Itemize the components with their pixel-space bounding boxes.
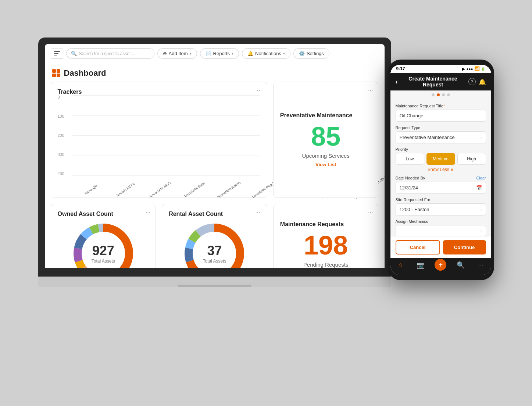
reports-label: Reports (213, 51, 230, 56)
laptop-base (38, 277, 391, 287)
svg-rect-0 (54, 51, 60, 52)
rental-donut: 37 Total Assets (181, 220, 247, 268)
phone-bell-icon[interactable]: 🔔 (479, 78, 486, 85)
continue-button[interactable]: Continue (443, 240, 486, 254)
camera-icon: 📷 (417, 261, 425, 269)
dot-1 (432, 93, 435, 96)
rental-title: Rental Asset Count (169, 211, 223, 217)
scene: 🔍 Search for a specific asset... ⊕ Add I… (38, 38, 494, 368)
phone: 9:17 ▶ ●●● 📶 🔋 ‹ Create Maintenance Requ… (388, 60, 494, 280)
filter-icon (54, 51, 60, 56)
site-chevron: › (481, 207, 482, 212)
settings-icon: ⚙️ (299, 51, 305, 56)
owned-donut-container: 927 Total Assets (58, 220, 149, 268)
signal-icon: ●●● (466, 67, 473, 71)
site-label: Site Requested For (396, 197, 486, 202)
phone-step-dots (390, 90, 491, 99)
notifications-button[interactable]: 🔔 Notifications ▾ (242, 48, 290, 59)
phone-status-icons: ▶ ●●● 📶 🔋 (462, 66, 485, 71)
show-less-button[interactable]: Show Less ∧ (396, 167, 486, 172)
mechanics-select[interactable]: › (396, 225, 486, 236)
svg-rect-2 (54, 56, 57, 56)
calendar-icon: 📅 (476, 185, 482, 190)
pm-label: Upcoming Services (302, 153, 350, 159)
mechanics-chevron: › (481, 228, 482, 234)
wifi-icon: 📶 (474, 66, 480, 71)
tab-search[interactable]: 🔍 (451, 261, 471, 271)
search-placeholder: Search for a specific asset... (79, 51, 135, 56)
trackers-title: Trackers (58, 89, 82, 95)
tab-add[interactable]: + (431, 261, 451, 271)
phone-screen: 9:17 ▶ ●●● 📶 🔋 ‹ Create Maintenance Requ… (390, 65, 491, 275)
request-type-value: Preventative Maintenance (400, 135, 455, 140)
grid-lines (72, 95, 260, 176)
bar-label-1: TennaFLEET II (112, 180, 143, 206)
bar-label-0: Tenna QR (78, 180, 108, 206)
tab-camera[interactable]: 📷 (410, 261, 431, 271)
tab-more[interactable]: ··· (471, 261, 491, 271)
owned-sublabel: Total Assets (92, 259, 115, 264)
pm-view-list[interactable]: View List (315, 162, 336, 167)
page-header: Dashboard (45, 63, 385, 82)
rental-asset-card: Rental Asset Count ··· 37 Total Assets (162, 204, 267, 268)
search-icon: 🔍 (71, 51, 77, 56)
date-clear-button[interactable]: Clear (476, 176, 486, 180)
add-item-label: Add Item (169, 51, 188, 56)
phone-tab-bar: ⌂ 📷 + 🔍 ··· (390, 258, 491, 275)
site-select[interactable]: 1200 - Easton › (396, 203, 486, 216)
maintenance-title-input[interactable]: Oil Change (396, 110, 486, 122)
add-item-chevron: ▾ (190, 51, 192, 56)
tab-home[interactable]: ⌂ (390, 261, 411, 271)
owned-donut-center: 927 Total Assets (92, 243, 115, 264)
phone-nav-icons: ? 🔔 (468, 78, 486, 85)
phone-nav-title: Create Maintenance Request (401, 76, 465, 88)
pm-number: 85 (311, 123, 340, 150)
filter-button[interactable] (51, 49, 63, 59)
battery-icon: 🔋 (481, 67, 485, 71)
pm-menu[interactable]: ··· (368, 87, 373, 94)
priority-selector: Low Medium High (396, 153, 486, 165)
trackers-card: Trackers ··· 400 300 200 100 0 (51, 82, 267, 198)
search-bar[interactable]: 🔍 Search for a specific asset... (66, 48, 154, 59)
rental-donut-container: 37 Total Assets (169, 220, 260, 268)
settings-button[interactable]: ⚙️ Settings (293, 48, 329, 59)
priority-medium-button[interactable]: Medium (426, 153, 455, 165)
mr-number: 198 (304, 232, 348, 259)
notifications-icon: 🔔 (247, 51, 253, 56)
reports-button[interactable]: 📄 Reports ▾ (200, 48, 239, 59)
priority-label: Priority (396, 147, 486, 152)
mr-title: Maintenance Requests (280, 221, 344, 228)
dot-2 (437, 93, 440, 96)
phone-back-button[interactable]: ‹ (396, 78, 398, 86)
add-item-button[interactable]: ⊕ Add Item ▾ (157, 48, 197, 59)
date-value: 12/31/24 (400, 185, 418, 190)
navbar: 🔍 Search for a specific asset... ⊕ Add I… (45, 44, 385, 63)
owned-menu[interactable]: ··· (146, 209, 150, 216)
dashboard-grid: Trackers ··· 400 300 200 100 0 (45, 82, 385, 268)
owned-title: Owned Asset Count (58, 211, 113, 217)
priority-low-button[interactable]: Low (396, 153, 424, 165)
rental-sublabel: Total Assets (203, 259, 226, 264)
trackers-chart: 400 300 200 100 0 (58, 95, 260, 191)
priority-high-button[interactable]: High (457, 153, 486, 165)
phone-form: Maintenance Request Title* Oil Change Re… (390, 99, 491, 236)
site-value: 1200 - Easton (400, 207, 429, 212)
more-icon: ··· (478, 261, 484, 269)
request-type-select[interactable]: Preventative Maintenance › (396, 131, 486, 143)
preventative-maintenance-card: Preventative Maintenance ··· 85 Upcoming… (273, 82, 379, 198)
title-value: Oil Change (400, 113, 424, 118)
cancel-button[interactable]: Cancel (396, 240, 440, 254)
trackers-menu[interactable]: ··· (257, 87, 261, 94)
help-icon[interactable]: ? (468, 78, 476, 85)
phone-status-bar: 9:17 ▶ ●●● 📶 🔋 (390, 65, 491, 73)
notifications-chevron: ▾ (283, 51, 285, 56)
reports-icon: 📄 (206, 51, 211, 56)
phone-time: 9:17 (396, 66, 405, 71)
home-icon: ⌂ (398, 261, 402, 269)
bar-labels-row: Tenna QRTennaFLEET IITennaCAM JBUSTennaM… (58, 177, 260, 192)
bar-label-3: TennaMINI Solar (181, 180, 212, 206)
date-input[interactable]: 12/31/24 📅 (396, 182, 486, 194)
svg-rect-1 (54, 53, 58, 54)
mr-menu[interactable]: ··· (368, 209, 373, 216)
rental-menu[interactable]: ··· (257, 209, 261, 216)
